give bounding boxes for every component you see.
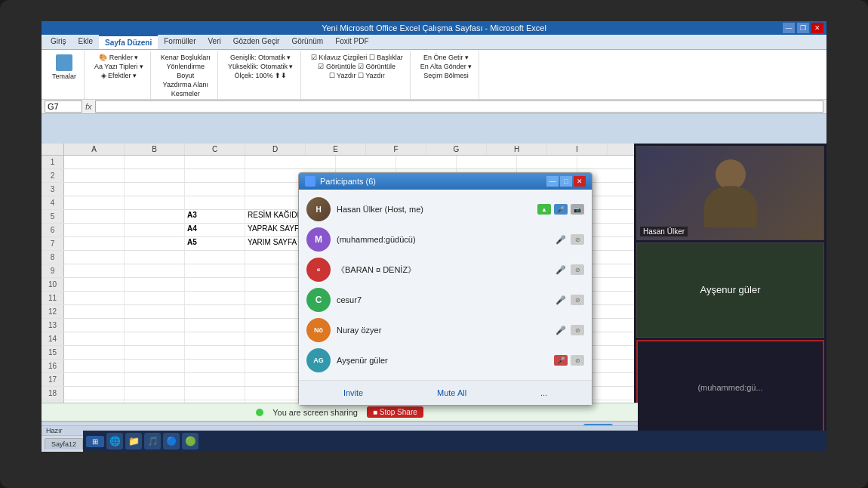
list-item: M (muhammed:güdücü) 🎤 ⊘ bbox=[299, 224, 592, 255]
participant-name-muhammed: (muhammed:güdücü) bbox=[337, 235, 548, 244]
mic-icon-cesur[interactable]: 🎤 bbox=[554, 295, 568, 305]
video-icon-hasan[interactable]: 📷 bbox=[571, 204, 584, 215]
list-item: C cesur7 🎤 ⊘ bbox=[299, 285, 592, 315]
btn-boyut[interactable]: Boyut bbox=[174, 71, 196, 80]
dialog-minimize[interactable]: — bbox=[546, 176, 559, 187]
tab-gorunum[interactable]: Görünüm bbox=[285, 35, 329, 49]
stop-share-button[interactable]: ■ Stop Share bbox=[367, 406, 423, 418]
mic-icon-baran[interactable]: 🎤 bbox=[554, 264, 568, 275]
video-icon-aysenur[interactable]: ⊘ bbox=[571, 355, 584, 366]
mic-icon-hasan[interactable]: 🎤 bbox=[554, 204, 568, 215]
more-options-button[interactable]: ... bbox=[534, 387, 553, 399]
group-sayfa-sec: ☑ Kılavuz Çizgileri ☐ Başlıklar ☑ Görünt… bbox=[304, 51, 411, 100]
hasan-name-label: Hasan Ülker bbox=[640, 227, 688, 236]
close-button[interactable]: ✕ bbox=[811, 23, 823, 33]
video-tile-muhammed: (muhammed:gü... bbox=[636, 340, 824, 436]
tab-formuller[interactable]: Formüller bbox=[158, 35, 202, 49]
sheet-tab-sayfa12[interactable]: Sayfa12 bbox=[45, 438, 83, 449]
list-item: AG Ayşenür güler 🎤 ⊘ bbox=[299, 345, 592, 375]
invite-button[interactable]: Invite bbox=[337, 387, 369, 399]
col-i[interactable]: I bbox=[547, 144, 608, 155]
group-yerleştir: En Öne Getir ▾ En Alta Gönder ▾ Seçim Bö… bbox=[414, 51, 480, 100]
btn-en-one[interactable]: En Öne Getir ▾ bbox=[421, 53, 471, 62]
mic-muted-icon-aysenur[interactable]: 🎤 bbox=[554, 355, 568, 366]
btn-yazdirma[interactable]: Yazdırma Alanı bbox=[161, 80, 211, 89]
participants-dialog: Participants (6) — □ ✕ H Hasan Ülker (Ho… bbox=[298, 172, 593, 406]
col-f[interactable]: F bbox=[366, 144, 426, 155]
avatar-hasan: H bbox=[306, 197, 331, 221]
avatar-muhammed: M bbox=[306, 227, 331, 252]
list-item: H Hasan Ülker (Host, me) ▲ 🎤 📷 bbox=[299, 194, 592, 224]
col-b[interactable]: B bbox=[125, 144, 185, 155]
video-icon-baran[interactable]: ⊘ bbox=[571, 264, 584, 275]
video-panel: Hasan Ülker Ayşenur güler Ayşenur güler … bbox=[634, 144, 826, 438]
btn-kesmeler[interactable]: Kesmeler bbox=[169, 89, 202, 98]
formula-input[interactable] bbox=[95, 100, 823, 113]
video-icon-muhammed[interactable]: ⊘ bbox=[571, 234, 584, 245]
btn-yonlendirme[interactable]: Yönlendirme bbox=[164, 62, 207, 71]
cell-c7[interactable]: A5 bbox=[185, 237, 245, 250]
list-item: « 《BARAN ¤ DENİZ》 🎤 ⊘ bbox=[299, 255, 592, 285]
col-h[interactable]: H bbox=[487, 144, 547, 155]
btn-yazi-tipleri[interactable]: Aa Yazı Tipleri ▾ bbox=[92, 62, 146, 71]
tab-giriş[interactable]: Giriş bbox=[45, 35, 72, 49]
btn-yukseklik[interactable]: Yükseklik: Otomatik ▾ bbox=[226, 62, 296, 71]
start-button[interactable]: ⊞ bbox=[86, 436, 104, 447]
btn-yazdir2[interactable]: ☐ Yazdır ☐ Yazdır bbox=[327, 71, 387, 80]
col-g[interactable]: G bbox=[426, 144, 487, 155]
restore-button[interactable]: ❐ bbox=[797, 23, 809, 33]
tab-veri[interactable]: Veri bbox=[202, 35, 227, 49]
tab-ekle[interactable]: Ekle bbox=[72, 35, 99, 49]
taskbar-app[interactable]: 🔵 bbox=[163, 433, 180, 449]
cell-ref-input[interactable]: G7 bbox=[45, 100, 82, 113]
taskbar-browser[interactable]: 🌐 bbox=[106, 433, 123, 449]
controls-nuray: 🎤 ⊘ bbox=[554, 325, 584, 335]
group-sayfa: 🎨 Renkler ▾ Aa Yazı Tipleri ▾ ◈ Efektler… bbox=[88, 51, 151, 100]
btn-en-alta[interactable]: En Alta Gönder ▾ bbox=[418, 62, 475, 71]
btn-secim-bolmesi[interactable]: Seçim Bölmesi bbox=[421, 71, 471, 80]
ribbon-body: Temalar Temalar 🎨 Renkler ▾ Aa Yazı Tipl… bbox=[42, 50, 826, 100]
btn-genislik[interactable]: Genişlik: Otomatik ▾ bbox=[228, 53, 294, 62]
laptop-outer: Yeni Microsoft Office Excel Çalışma Sayf… bbox=[0, 0, 868, 488]
video-icon-cesur[interactable]: ⊘ bbox=[571, 295, 584, 305]
participant-name-cesur: cesur7 bbox=[337, 295, 548, 304]
btn-temalar-label: Temalar bbox=[52, 73, 76, 80]
col-a[interactable]: A bbox=[64, 144, 125, 155]
fx-label: fx bbox=[85, 102, 92, 111]
dialog-restore[interactable]: □ bbox=[560, 176, 572, 187]
btn-kenar-bosluk[interactable]: Kenar Boşlukları bbox=[159, 53, 213, 62]
video-icon-nuray[interactable]: ⊘ bbox=[571, 325, 584, 335]
col-e[interactable]: E bbox=[306, 144, 366, 155]
btn-temalar[interactable]: Temalar bbox=[49, 53, 79, 82]
col-c[interactable]: C bbox=[185, 144, 245, 155]
col-d[interactable]: D bbox=[245, 144, 306, 155]
tab-gozden-gecir[interactable]: Gözden Geçir bbox=[227, 35, 286, 49]
group-olcek: Genişlik: Otomatik ▾ Yükseklik: Otomatik… bbox=[221, 51, 301, 100]
participant-list: H Hasan Ülker (Host, me) ▲ 🎤 📷 M (muhamm… bbox=[299, 190, 592, 380]
btn-olcek[interactable]: Ölçek: 100% ⬆⬇ bbox=[232, 71, 289, 80]
dialog-title-bar: Participants (6) — □ ✕ bbox=[299, 173, 592, 190]
participant-name-hasan: Hasan Ülker (Host, me) bbox=[337, 205, 531, 214]
list-item: Nö Nuray özyer 🎤 ⊘ bbox=[299, 315, 592, 345]
tab-foxit[interactable]: Foxit PDF bbox=[329, 35, 374, 49]
video-tile-aysenur: Ayşenur güler Ayşenur güler bbox=[636, 242, 824, 337]
btn-renkler[interactable]: 🎨 Renkler ▾ bbox=[97, 53, 140, 62]
dialog-title-left: Participants (6) bbox=[305, 176, 376, 187]
btn-kilavuz[interactable]: ☑ Kılavuz Çizgileri ☐ Başlıklar bbox=[309, 53, 405, 62]
table-row: 1 bbox=[42, 156, 638, 169]
mic-icon-muhammed[interactable]: 🎤 bbox=[554, 234, 568, 245]
mic-icon-nuray[interactable]: 🎤 bbox=[554, 325, 568, 335]
cell-c5[interactable]: A3 bbox=[185, 210, 245, 223]
taskbar-media[interactable]: 🎵 bbox=[144, 433, 161, 449]
btn-efektler[interactable]: ◈ Efektler ▾ bbox=[99, 71, 140, 80]
taskbar-app2[interactable]: 🟢 bbox=[182, 433, 199, 449]
tab-sayfa-duzeni[interactable]: Sayfa Düzeni bbox=[99, 35, 158, 49]
video-tile-hasan: Hasan Ülker bbox=[636, 146, 824, 240]
taskbar-explorer[interactable]: 📁 bbox=[125, 433, 142, 449]
dialog-close[interactable]: ✕ bbox=[574, 176, 586, 187]
ready-text: Hazır bbox=[46, 427, 63, 434]
minimize-button[interactable]: — bbox=[783, 23, 795, 33]
mute-all-button[interactable]: Mute All bbox=[431, 387, 472, 399]
cell-c6[interactable]: A4 bbox=[185, 224, 245, 236]
btn-goruntule[interactable]: ☑ Görüntüle ☑ Görüntüle bbox=[315, 62, 398, 71]
